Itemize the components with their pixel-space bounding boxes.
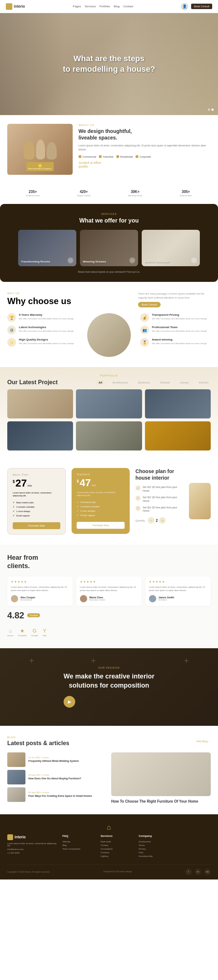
nav-portfolio[interactable]: Portfolio [100, 5, 110, 8]
quantity-increase-button[interactable]: + [159, 517, 166, 524]
quantity-label: Quantity [136, 519, 145, 522]
footer-investing[interactable]: Investing Help [139, 855, 172, 857]
footer-turnkey[interactable]: Turnkey [101, 844, 134, 846]
pf-check-1: ✓ [136, 485, 141, 490]
footer-sitemap[interactable]: Sitemap [63, 840, 96, 843]
blog-post-2-date: 18 Aug 2021 • 4 mins [28, 774, 81, 776]
category-bedroom[interactable]: Bedroom [136, 380, 152, 385]
about-section: ⭐ Best Awarded Company ABOUT US We desig… [0, 115, 218, 183]
footer-social: f in tw [185, 869, 211, 875]
projects-title: Our Latest Project [7, 379, 58, 386]
standard-feature-1: Full interior plan [77, 500, 124, 504]
view-blog-button[interactable]: View Blog → [196, 740, 211, 743]
social-twitter[interactable]: tw [204, 869, 211, 875]
category-architecture[interactable]: Architecture [110, 380, 130, 385]
project-item-3[interactable] [145, 389, 211, 418]
footer-style-audit[interactable]: Style audit [101, 840, 134, 843]
project-item-5[interactable] [76, 422, 142, 450]
pricing-section: Basic Plan $ 27 /mo Lorem ipsum dolor si… [0, 458, 218, 545]
footer-email[interactable]: info@interio.com [7, 848, 58, 850]
offer-card-1-arrow[interactable]: → [68, 258, 73, 263]
nav-right: 👤 Book Consult [181, 3, 212, 10]
pricing-quantity: Quantity − 2 + [136, 517, 183, 524]
footer-lighting[interactable]: Lighting [101, 855, 134, 857]
footer-blog[interactable]: Blog [63, 844, 96, 846]
stat-projects-label: Projects Done [26, 194, 39, 197]
offer-card-2-arrow[interactable]: → [130, 258, 135, 263]
hero-dot-1[interactable] [208, 108, 210, 111]
tag-commercial: Commercial [79, 155, 96, 158]
testimonials-section: Hear from clients. ★★★★★ Lorem ipsum dol… [0, 545, 218, 648]
project-item-2[interactable] [76, 389, 142, 418]
user-avatar[interactable]: 👤 [181, 3, 188, 10]
footer-privacy[interactable]: Privacy [139, 848, 172, 850]
basic-purchase-button[interactable]: Purchase Now [13, 522, 60, 529]
cta-play-button[interactable]: ▶ [63, 696, 75, 708]
quantity-decrease-button[interactable]: − [148, 517, 155, 524]
offer-card-3-arrow[interactable]: → [191, 258, 197, 263]
rating-badge: Trusted [27, 613, 40, 617]
pf-check-3: ✓ [136, 506, 141, 511]
testimonial-text-3: Lorem ipsum dolor sit amet, consectetur … [149, 585, 207, 592]
why-feature-award: 🥇 Award winning We offer innovative and … [140, 338, 211, 347]
footer-phone[interactable]: +1 234 5678 [7, 852, 58, 854]
project-item-4[interactable] [7, 422, 73, 450]
why-label: WHY US [7, 292, 71, 294]
standard-feature-4: Priority support [77, 513, 124, 517]
social-linkedin[interactable]: in [195, 869, 201, 875]
blog-post-3[interactable]: 05 Sep 2021 • 6 mins Four Ways For Creat… [7, 788, 107, 802]
blog-main-post[interactable]: How To Choose The Right Furniture Of You… [111, 752, 211, 804]
why-book-button[interactable]: Book Consult [138, 302, 161, 307]
about-badge: ⭐ Best Awarded Company [26, 162, 54, 171]
footer-logo-text: interio [14, 835, 26, 839]
nav-services[interactable]: Services [85, 5, 96, 8]
stars-1: ★★★★★ [11, 580, 69, 584]
offer-label: SERVICES [7, 213, 211, 215]
blog-post-1[interactable]: 12 Jun 2021 • 5 mins Frequently Utilised… [7, 752, 107, 767]
blog-main-title: How To Choose The Right Furniture Of You… [111, 799, 211, 804]
why-section: WHY US Why choose us There are many pass… [0, 282, 218, 367]
author-role-1: Homeowner [21, 599, 35, 601]
category-all[interactable]: All [96, 380, 104, 385]
footer-logo[interactable]: interio [7, 834, 58, 840]
footer-furniture[interactable]: Furniture [101, 851, 134, 854]
why-image-circle [87, 313, 131, 357]
about-label: ABOUT US [79, 124, 211, 126]
blog-post-2[interactable]: 18 Aug 2021 • 4 mins How Does One Go Abo… [7, 770, 107, 784]
footer-company-heading: Company [139, 834, 172, 838]
hero-dot-2[interactable] [212, 108, 214, 111]
nav-contact[interactable]: Contact [123, 5, 133, 8]
logo[interactable]: interio [6, 3, 25, 10]
footer-consultation[interactable]: Consultation [101, 848, 134, 850]
project-item-1[interactable] [7, 389, 73, 418]
blog-post-1-info: 12 Jun 2021 • 5 mins Frequently Utilised… [28, 756, 79, 763]
hero-pagination [208, 108, 214, 111]
google-label: Google [31, 635, 38, 636]
nav-blog[interactable]: Blog [114, 5, 120, 8]
footer-team[interactable]: Team Composition [63, 848, 96, 850]
stars-3: ★★★★★ [149, 580, 207, 584]
standard-purchase-button[interactable]: Purchase Now [77, 522, 124, 529]
standard-feature-3: 3 room designs [77, 509, 124, 513]
offer-card-1[interactable]: Transforming Rooms → [18, 230, 76, 266]
footer-bottom: Copyright © 2023 Interio. All rights res… [7, 865, 211, 875]
author-info-3: James Smith Architect [158, 596, 174, 601]
blog-post-2-info: 18 Aug 2021 • 4 mins How Does One Go Abo… [28, 774, 81, 780]
offer-card-2[interactable]: Weaving Dreams → [80, 230, 138, 266]
category-diningall[interactable]: Dinihall [158, 380, 172, 385]
projects-label: PORTFOLIO [0, 367, 218, 377]
footer-tagline: Lorem ipsum dolor sit amet, consectetur … [7, 842, 58, 847]
category-kitchen[interactable]: Kitchen [197, 380, 211, 385]
project-item-6[interactable] [145, 422, 211, 450]
category-library[interactable]: Library [178, 380, 191, 385]
footer-terms[interactable]: Terms [139, 844, 172, 846]
footer-employment[interactable]: Employment [139, 840, 172, 843]
blog-header: BLOG Latest posts & articles View Blog → [7, 736, 211, 746]
footer-faq-link[interactable]: FAQ [139, 851, 172, 854]
book-consult-button[interactable]: Book Consult [191, 4, 212, 9]
why-icon-award: 🥇 [140, 338, 149, 347]
social-facebook[interactable]: f [185, 869, 192, 875]
offer-card-3[interactable]: Interior Decorator → [142, 230, 200, 266]
nav-pages[interactable]: Pages [73, 5, 81, 8]
hero-content: What are the stepsto remodelling a house… [63, 54, 155, 74]
